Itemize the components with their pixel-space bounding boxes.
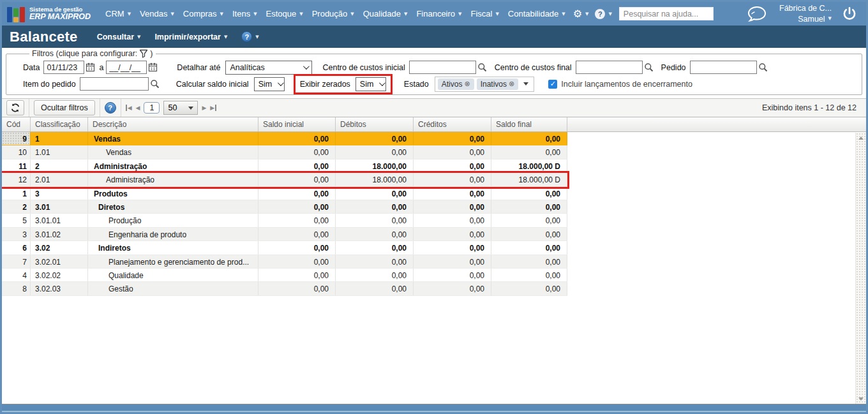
column-header-cod[interactable]: Cód <box>2 117 31 131</box>
item-pedido-search-button[interactable] <box>150 79 160 89</box>
cell-debitos: 0,00 <box>336 132 414 145</box>
cell-descricao: Indiretos <box>88 241 258 254</box>
user-menu[interactable]: Samuel ▼ <box>779 14 832 24</box>
pedido-search-button[interactable] <box>758 63 768 72</box>
app-logo[interactable]: Sistema de gestão ERP MAXIPROD <box>7 6 91 22</box>
search-icon <box>758 63 768 72</box>
incluir-encerramento-checkbox[interactable]: ✓ <box>548 80 557 89</box>
menu-produção[interactable]: Produção▼ <box>308 9 359 18</box>
estado-tag-inativos[interactable]: Inativos ⊗ <box>477 78 519 90</box>
table-row[interactable]: 101.01Vendas0,000,000,000,00 <box>2 145 567 159</box>
cell-debitos: 18.000,00 <box>336 173 414 186</box>
detalhar-ate-select[interactable]: Analíticas <box>225 61 312 75</box>
menu-estoque[interactable]: Estoque▼ <box>262 9 308 18</box>
page-help-menu[interactable]: ? ▼ <box>241 31 258 42</box>
filters-legend[interactable]: Filtros (clique para configurar: ) <box>29 49 156 58</box>
cell-creditos: 0,00 <box>414 132 491 145</box>
menu-crm[interactable]: CRM▼ <box>101 9 135 18</box>
chat-button[interactable] <box>742 4 772 24</box>
page-title: Balancete <box>10 29 78 45</box>
menu-qualidade[interactable]: Qualidade▼ <box>359 9 412 18</box>
user-name: Samuel <box>798 14 825 24</box>
chevron-down-icon: ▼ <box>220 11 223 17</box>
cell-cod: 6 <box>2 241 31 254</box>
cell-saldo-final: 0,00 <box>491 200 567 213</box>
table-row[interactable]: 23.01Diretos0,000,000,000,00 <box>2 200 567 214</box>
consultar-menu[interactable]: Consultar ▼ <box>97 33 141 41</box>
menu-fiscal[interactable]: Fiscal▼ <box>466 9 503 18</box>
table-row[interactable]: 63.02Indiretos0,000,000,000,00 <box>2 241 567 255</box>
menu-compras[interactable]: Compras▼ <box>179 9 228 18</box>
column-header-descricao[interactable]: Descrição <box>88 117 258 131</box>
column-header-debitos[interactable]: Débitos <box>336 117 414 131</box>
remove-tag-icon[interactable]: ⊗ <box>464 80 470 88</box>
menu-itens[interactable]: Itens▼ <box>228 9 262 18</box>
item-pedido-input[interactable] <box>80 77 149 91</box>
table-row[interactable]: 83.02.03Gestão0,000,000,000,00 <box>2 282 567 295</box>
exibir-zerados-select[interactable]: Sim <box>355 77 386 91</box>
last-page-button[interactable]: ▶ <box>210 105 216 111</box>
chevron-down-icon: ▼ <box>137 34 140 40</box>
estado-tag-ativos[interactable]: Ativos ⊗ <box>438 78 474 90</box>
next-page-button[interactable]: ▶ <box>202 105 206 111</box>
cell-descricao: Administração <box>88 159 258 172</box>
table-row[interactable]: 13Produtos0,000,000,000,00 <box>2 187 567 200</box>
calcular-saldo-select[interactable]: Sim <box>254 77 285 91</box>
settings-menu[interactable]: ⚙ ▼ <box>570 9 592 19</box>
cell-debitos: 0,00 <box>336 187 414 200</box>
estado-multiselect[interactable]: Ativos ⊗ Inativos ⊗ <box>435 77 534 92</box>
table-row[interactable]: 43.02.02Qualidade0,000,000,000,00 <box>2 269 567 282</box>
imprimir-exportar-menu[interactable]: Imprimir/exportar ▼ <box>154 33 227 41</box>
chevron-down-icon <box>188 107 193 110</box>
toolbar-help-icon[interactable]: ? <box>105 102 116 114</box>
help-search-input[interactable] <box>619 7 714 20</box>
cell-saldo-final: 0,00 <box>491 282 567 295</box>
current-page-indicator[interactable]: 1 <box>144 102 160 114</box>
calcular-saldo-label: Calcular saldo inicial <box>176 80 249 89</box>
cell-creditos: 0,00 <box>414 200 491 213</box>
cell-saldo-final: 0,00 <box>491 187 567 200</box>
chevron-down-icon: ▼ <box>299 11 303 17</box>
calendar-button[interactable] <box>86 63 95 72</box>
column-header-saldo-final[interactable]: Saldo final <box>491 117 567 131</box>
table-row[interactable]: 122.01Administração0,0018.000,000,0018.0… <box>2 173 567 186</box>
column-header-classificacao[interactable]: Classificação <box>31 117 88 131</box>
cc-inicial-input[interactable] <box>409 61 476 74</box>
cell-descricao: Qualidade <box>88 269 258 281</box>
prev-page-button[interactable]: ◀ <box>136 105 140 111</box>
menu-financeiro[interactable]: Financeiro▼ <box>412 9 466 18</box>
cell-creditos: 0,00 <box>414 145 491 158</box>
first-page-button[interactable]: ◀ <box>126 105 132 111</box>
scroll-up-icon <box>858 137 864 140</box>
calendar-button[interactable] <box>148 63 158 72</box>
table-row[interactable]: 53.01.01Produção0,000,000,000,00 <box>2 214 567 227</box>
page-size-select[interactable]: 50 <box>163 101 198 115</box>
cc-inicial-search-button[interactable] <box>477 63 487 72</box>
scroll-up-button[interactable] <box>856 133 866 143</box>
table-row[interactable]: 91Vendas0,000,000,000,00 <box>2 132 567 145</box>
scroll-down-button[interactable] <box>856 394 866 404</box>
vertical-scrollbar[interactable] <box>855 133 866 404</box>
menu-vendas[interactable]: Vendas▼ <box>135 9 179 18</box>
table-row[interactable]: 112Administração0,0018.000,000,0018.000,… <box>2 159 567 173</box>
cc-final-search-button[interactable] <box>644 63 654 72</box>
table-row[interactable]: 33.01.02Engenharia de produto0,000,000,0… <box>2 228 567 241</box>
ocultar-filtros-button[interactable]: Ocultar filtros <box>34 100 95 115</box>
table-row[interactable]: 73.02.01Planejamento e gerenciamento de … <box>2 255 567 269</box>
cell-debitos: 0,00 <box>336 214 414 226</box>
pedido-input[interactable] <box>690 61 757 74</box>
remove-tag-icon[interactable]: ⊗ <box>509 80 514 88</box>
logout-button[interactable] <box>838 6 861 22</box>
help-menu[interactable]: ? ▼ <box>592 9 615 19</box>
column-header-creditos[interactable]: Créditos <box>414 117 491 131</box>
refresh-button[interactable] <box>6 100 24 115</box>
data-inicial-input[interactable] <box>43 61 84 74</box>
calendar-icon <box>86 63 95 72</box>
cell-cod: 3 <box>2 228 31 240</box>
chevron-down-icon[interactable] <box>523 82 528 85</box>
menu-contabilidade[interactable]: Contabilidade▼ <box>504 9 570 18</box>
cc-final-input[interactable] <box>576 61 643 74</box>
column-header-saldo-inicial[interactable]: Saldo inicial <box>258 117 336 131</box>
cell-saldo-final: 0,00 <box>491 145 567 158</box>
data-final-input[interactable] <box>106 61 147 74</box>
